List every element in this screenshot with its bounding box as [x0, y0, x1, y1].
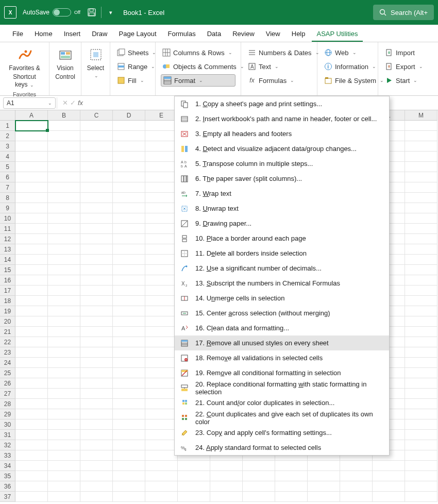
- cell[interactable]: [80, 492, 113, 502]
- cell[interactable]: [405, 492, 437, 502]
- cell[interactable]: [48, 224, 80, 234]
- cell[interactable]: [210, 461, 243, 471]
- cell[interactable]: [15, 347, 48, 358]
- cell[interactable]: [15, 461, 48, 471]
- cell[interactable]: [80, 193, 113, 203]
- cell[interactable]: [15, 296, 48, 306]
- cell[interactable]: [113, 430, 145, 440]
- cell[interactable]: [15, 193, 48, 203]
- cell[interactable]: [113, 141, 145, 152]
- cell[interactable]: [405, 368, 437, 378]
- cell[interactable]: [15, 213, 48, 224]
- cell[interactable]: [405, 430, 437, 440]
- save-icon[interactable]: [85, 5, 99, 20]
- tab-formulas[interactable]: Formulas: [163, 26, 201, 42]
- cell[interactable]: [113, 193, 145, 203]
- cell[interactable]: [145, 440, 178, 450]
- tab-view[interactable]: View: [261, 26, 285, 42]
- cell[interactable]: [243, 461, 275, 471]
- cell[interactable]: [80, 337, 113, 347]
- column-header[interactable]: B: [48, 110, 80, 121]
- format-menu-item-13[interactable]: X213. Subscript the numbers in Chemical …: [175, 276, 389, 291]
- cell[interactable]: [113, 255, 145, 265]
- cell[interactable]: [15, 224, 48, 234]
- cell[interactable]: [15, 162, 48, 172]
- cell[interactable]: [308, 481, 340, 492]
- cell[interactable]: [15, 389, 48, 399]
- cell[interactable]: [48, 471, 80, 481]
- cell[interactable]: [80, 358, 113, 368]
- cell[interactable]: [405, 440, 437, 450]
- cell[interactable]: [113, 203, 145, 213]
- cell[interactable]: [48, 368, 80, 378]
- cell[interactable]: [48, 306, 80, 316]
- cell[interactable]: [405, 471, 437, 481]
- cell[interactable]: [243, 471, 275, 481]
- cell[interactable]: [48, 203, 80, 213]
- row-header[interactable]: 16: [0, 275, 15, 285]
- cell[interactable]: [405, 152, 437, 162]
- cell[interactable]: [80, 450, 113, 461]
- row-header[interactable]: 10: [0, 213, 15, 224]
- cell[interactable]: [405, 182, 437, 193]
- cell[interactable]: [113, 461, 145, 471]
- cell[interactable]: [80, 255, 113, 265]
- row-header[interactable]: 11: [0, 224, 15, 234]
- cell[interactable]: [145, 378, 178, 389]
- cell[interactable]: [145, 389, 178, 399]
- format-menu-item-16[interactable]: A16. Clean data and formatting...: [175, 321, 389, 335]
- cell[interactable]: [243, 492, 275, 502]
- cell[interactable]: [405, 121, 437, 131]
- column-header[interactable]: C: [80, 110, 113, 121]
- row-header[interactable]: 26: [0, 378, 15, 389]
- cell[interactable]: [80, 419, 113, 430]
- cell[interactable]: [80, 389, 113, 399]
- format-menu-item-14[interactable]: 14. Unmerge cells in selection: [175, 291, 389, 306]
- cell[interactable]: [48, 255, 80, 265]
- cell[interactable]: [15, 337, 48, 347]
- tab-home[interactable]: Home: [29, 26, 58, 42]
- cell[interactable]: [80, 131, 113, 141]
- cell[interactable]: [80, 213, 113, 224]
- row-header[interactable]: 33: [0, 450, 15, 461]
- search-box[interactable]: Search (Alt+: [373, 5, 434, 20]
- cell[interactable]: [48, 213, 80, 224]
- cell[interactable]: [15, 121, 48, 131]
- cell[interactable]: [80, 316, 113, 327]
- row-header[interactable]: 15: [0, 265, 15, 275]
- format-menu-item-6[interactable]: 6. The paper saver (split columns)...: [175, 171, 389, 186]
- cell[interactable]: [80, 141, 113, 152]
- cell[interactable]: [15, 450, 48, 461]
- row-header[interactable]: 31: [0, 430, 15, 440]
- row-header[interactable]: 36: [0, 481, 15, 492]
- cell[interactable]: [405, 172, 437, 182]
- sheets-button[interactable]: Sheets⌄: [115, 46, 150, 59]
- cell[interactable]: [15, 244, 48, 255]
- cell[interactable]: [48, 172, 80, 182]
- cell[interactable]: [80, 162, 113, 172]
- cell[interactable]: [113, 316, 145, 327]
- file-system-button[interactable]: File & System⌄: [323, 74, 373, 87]
- cell[interactable]: [145, 255, 178, 265]
- tab-file[interactable]: File: [7, 26, 28, 42]
- format-menu-item-3[interactable]: 3. Empty all headers and footers: [175, 126, 389, 141]
- format-menu-item-7[interactable]: ab7. Wrap text: [175, 186, 389, 201]
- cell[interactable]: [405, 162, 437, 172]
- cell[interactable]: [80, 327, 113, 337]
- cell[interactable]: [80, 152, 113, 162]
- cell[interactable]: [113, 337, 145, 347]
- row-header[interactable]: 37: [0, 492, 15, 502]
- cell[interactable]: [48, 275, 80, 285]
- cell[interactable]: [15, 378, 48, 389]
- cell[interactable]: [145, 121, 178, 131]
- format-menu-item-22[interactable]: 22. Count duplicates and give each set o…: [175, 410, 389, 425]
- cell[interactable]: [373, 492, 405, 502]
- cell[interactable]: [15, 316, 48, 327]
- cell[interactable]: [48, 265, 80, 275]
- column-header[interactable]: A: [15, 110, 48, 121]
- cell[interactable]: [15, 172, 48, 182]
- cell[interactable]: [405, 141, 437, 152]
- cell[interactable]: [113, 481, 145, 492]
- cell[interactable]: [48, 347, 80, 358]
- cell[interactable]: [48, 399, 80, 409]
